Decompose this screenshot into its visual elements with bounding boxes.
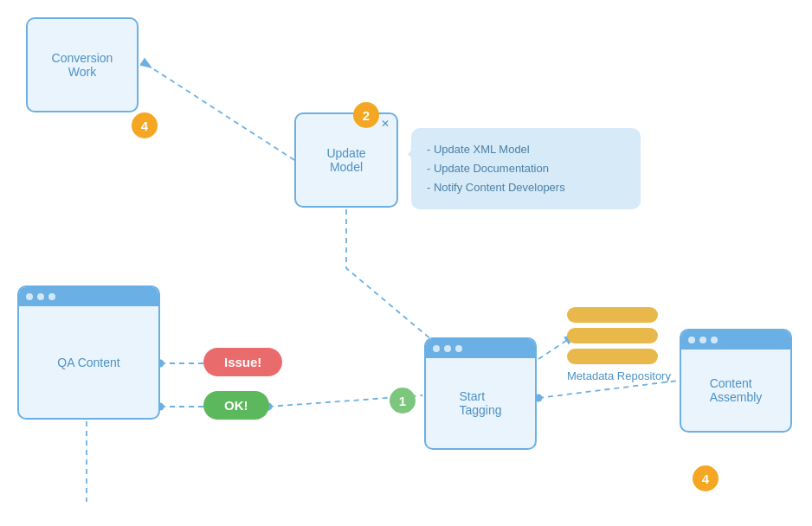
conversion-work-label: Conversion Work [52, 51, 113, 79]
qa-content-label: QA Content [57, 356, 119, 369]
svg-line-5 [538, 381, 678, 398]
diagram-canvas: Conversion Work 4 ✕ Update Model 2 - Upd… [0, 0, 812, 526]
metadata-label: Metadata Repository [567, 369, 671, 382]
speech-line-3: - Notify Content Developers [427, 178, 625, 197]
issue-label: Issue! [224, 355, 261, 369]
content-assembly-node[interactable]: Content Assembly [680, 329, 792, 433]
browser-dot-1 [26, 293, 33, 300]
browser-dot-8 [699, 337, 706, 343]
issue-pill[interactable]: Issue! [203, 348, 282, 376]
browser-dot-4 [433, 345, 440, 352]
speech-line-1: - Update XML Model [427, 140, 625, 159]
conversion-work-node[interactable]: Conversion Work [26, 17, 139, 112]
content-assembly-label: Content Assembly [710, 376, 763, 404]
meta-bar-3 [567, 349, 658, 364]
browser-dot-3 [48, 293, 55, 300]
badge-1-start: 1 [390, 388, 416, 414]
meta-bar-2 [567, 328, 658, 343]
update-model-node[interactable]: ✕ Update Model [294, 112, 398, 208]
speech-line-2: - Update Documentation [427, 159, 625, 178]
start-tagging-node[interactable]: Start Tagging [424, 337, 537, 450]
badge-2-update: 2 [353, 102, 379, 128]
ok-pill[interactable]: OK! [203, 391, 269, 420]
browser-dot-7 [688, 337, 695, 343]
update-model-label: Update Model [326, 146, 365, 174]
badge-4-conversion: 4 [132, 112, 158, 138]
browser-dot-9 [711, 337, 718, 343]
ok-label: OK! [224, 398, 248, 413]
browser-dot-6 [455, 345, 462, 352]
close-icon[interactable]: ✕ [381, 118, 390, 130]
badge-4-assembly: 4 [693, 465, 719, 491]
meta-bar-1 [567, 307, 658, 323]
qa-content-node[interactable]: QA Content [17, 285, 160, 420]
metadata-repository-node: Metadata Repository [567, 307, 671, 382]
start-tagging-label: Start Tagging [459, 389, 501, 417]
speech-bubble: - Update XML Model - Update Documentatio… [411, 128, 641, 209]
browser-dot-2 [37, 293, 44, 300]
browser-dot-5 [444, 345, 451, 352]
